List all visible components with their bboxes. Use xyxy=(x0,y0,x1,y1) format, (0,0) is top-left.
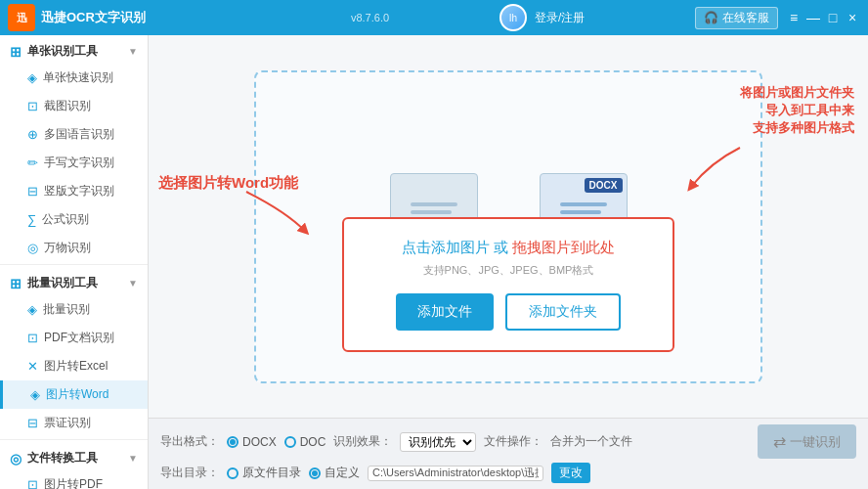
img-line-1 xyxy=(411,202,457,206)
quick-icon: ◈ xyxy=(27,70,37,85)
img2excel-icon: ✕ xyxy=(27,359,38,374)
window-controls: ≡ — □ × xyxy=(786,10,860,25)
sidebar-item-pdf-recog-label: PDF文档识别 xyxy=(44,330,114,346)
left-arrow-svg xyxy=(237,182,315,241)
radio-dot-docx xyxy=(227,436,239,448)
drop-zone[interactable]: ➜ DOCX 点击添加图片 或 拖拽 xyxy=(254,70,762,383)
sidebar-item-batch-recog[interactable]: ◈ 批量识别 xyxy=(0,295,148,324)
user-section: Ih 登录/注册 xyxy=(499,4,585,31)
bottombar-row-1: 导出格式： DOCX DOC 识别效果： 识别优先 文件操作： 合并为一个文件 … xyxy=(160,422,856,461)
sidebar-item-object-label: 万物识别 xyxy=(44,240,91,256)
sidebar-item-multilang[interactable]: ⊕ 多国语言识别 xyxy=(0,120,148,149)
file-op-value: 合并为一个文件 xyxy=(550,433,632,450)
main-layout: ⊞ 单张识别工具 ▼ ◈ 单张快速识别 ⊡ 截图识别 ⊕ 多国语言识别 ✏ 手写… xyxy=(0,35,868,489)
radio-dot-original xyxy=(227,467,239,479)
sidebar-item-sealtext[interactable]: ⊟ 竖版文字识别 xyxy=(0,177,148,205)
quality-label: 识别效果： xyxy=(333,433,392,450)
sidebar-group-single-label: 单张识别工具 xyxy=(27,43,98,60)
format-doc-radio[interactable]: DOC xyxy=(284,435,326,449)
chevron-down-icon: ▼ xyxy=(128,46,138,57)
annotation-right: 将图片或图片文件夹 导入到工具中来 支持多种图片格式 xyxy=(740,84,854,138)
sidebar-group-batch[interactable]: ⊞ 批量识别工具 ▼ xyxy=(0,267,148,295)
sidebar-item-img2excel[interactable]: ✕ 图片转Excel xyxy=(0,352,148,380)
app-logo: 迅 xyxy=(8,4,35,31)
content-area: ➜ DOCX 点击添加图片 或 拖拽 xyxy=(149,35,868,489)
img2pdf-icon: ⊡ xyxy=(27,477,38,489)
add-folder-button[interactable]: 添加文件夹 xyxy=(505,293,621,331)
login-button[interactable]: 登录/注册 xyxy=(535,10,585,26)
logo-text: 迅 xyxy=(17,11,27,25)
annotation-right-line3: 支持多种图片格式 xyxy=(740,119,854,137)
menu-icon[interactable]: ≡ xyxy=(786,10,802,25)
minimize-button[interactable]: — xyxy=(805,10,821,25)
format-doc-label: DOC xyxy=(300,435,326,449)
divider-1 xyxy=(0,264,148,265)
img-line-5 xyxy=(560,210,601,214)
output-custom-radio[interactable]: 自定义 xyxy=(309,465,360,481)
img-line-2 xyxy=(411,210,452,214)
app-version: v8.7.6.0 xyxy=(351,12,389,23)
sidebar-item-crop-label: 截图识别 xyxy=(44,98,91,114)
upload-dialog-title: 点击添加图片 或 拖拽图片到此处 xyxy=(373,239,643,257)
app-title: 迅捷OCR文字识别 xyxy=(41,9,347,26)
sidebar-item-cert[interactable]: ⊟ 票证识别 xyxy=(0,409,148,437)
sidebar-item-multilang-label: 多国语言识别 xyxy=(44,126,114,143)
sidebar: ⊞ 单张识别工具 ▼ ◈ 单张快速识别 ⊡ 截图识别 ⊕ 多国语言识别 ✏ 手写… xyxy=(0,35,149,489)
titlebar: 迅 迅捷OCR文字识别 v8.7.6.0 Ih 登录/注册 🎧 在线客服 ≡ —… xyxy=(0,0,868,35)
sidebar-item-img2word-label: 图片转Word xyxy=(46,386,108,403)
crop-icon: ⊡ xyxy=(27,99,38,113)
bottombar-row-2: 导出目录： 原文件目录 自定义 更改 xyxy=(160,461,856,485)
file-op-label: 文件操作： xyxy=(484,433,542,450)
quality-select[interactable]: 识别优先 xyxy=(400,432,476,452)
batch-grid-icon: ⊞ xyxy=(10,276,22,291)
grid-icon: ⊞ xyxy=(10,44,22,60)
sidebar-item-img2pdf[interactable]: ⊡ 图片转PDF xyxy=(0,470,148,489)
close-button[interactable]: × xyxy=(845,10,860,25)
output-option1-label: 原文件目录 xyxy=(242,465,301,481)
output-original-radio[interactable]: 原文件目录 xyxy=(227,465,301,481)
sidebar-item-quick[interactable]: ◈ 单张快速识别 xyxy=(0,64,148,92)
change-path-button[interactable]: 更改 xyxy=(551,463,590,483)
recog-label: 一键识别 xyxy=(790,433,841,451)
avatar: Ih xyxy=(499,4,527,31)
upload-dialog: 点击添加图片 或 拖拽图片到此处 支持PNG、JPG、JPEG、BMP格式 添加… xyxy=(342,217,674,352)
img-line-4 xyxy=(560,202,607,206)
sidebar-group-batch-label: 批量识别工具 xyxy=(27,275,98,291)
online-service-button[interactable]: 🎧 在线客服 xyxy=(695,7,778,29)
sidebar-item-quick-label: 单张快速识别 xyxy=(43,69,113,86)
upload-title-prefix: 点击添加图片 xyxy=(402,239,490,255)
add-file-button[interactable]: 添加文件 xyxy=(396,293,494,331)
sidebar-item-img2pdf-label: 图片转PDF xyxy=(44,476,103,489)
object-icon: ◎ xyxy=(27,241,38,255)
sidebar-item-object[interactable]: ◎ 万物识别 xyxy=(0,234,148,262)
sidebar-item-img2word[interactable]: ◈ 图片转Word xyxy=(0,380,148,409)
headset-icon: 🎧 xyxy=(704,11,718,24)
sidebar-item-pdf-recog[interactable]: ⊡ PDF文档识别 xyxy=(0,324,148,352)
multilang-icon: ⊕ xyxy=(27,127,38,142)
batch-chevron-icon: ▼ xyxy=(128,278,138,289)
annotation-left: 选择图片转Word功能 xyxy=(158,172,298,193)
upload-title-suffix: 拖拽图片到此处 xyxy=(512,239,615,255)
sidebar-item-formula[interactable]: ∑ 公式识别 xyxy=(0,205,148,234)
export-label: 导出格式： xyxy=(160,433,219,450)
sidebar-item-handwrite[interactable]: ✏ 手写文字识别 xyxy=(0,149,148,177)
output-path-input[interactable] xyxy=(368,466,543,481)
sidebar-item-formula-label: 公式识别 xyxy=(42,211,89,228)
sidebar-item-crop[interactable]: ⊡ 截图识别 xyxy=(0,92,148,120)
sidebar-item-img2excel-label: 图片转Excel xyxy=(44,358,108,375)
sidebar-group-fileconvert[interactable]: ◎ 文件转换工具 ▼ xyxy=(0,442,148,470)
output-option2-label: 自定义 xyxy=(325,465,360,481)
pdf-recog-icon: ⊡ xyxy=(27,331,38,345)
divider-2 xyxy=(0,439,148,440)
img2word-icon: ◈ xyxy=(30,387,40,402)
right-arrow-svg xyxy=(681,143,750,192)
sidebar-group-single[interactable]: ⊞ 单张识别工具 ▼ xyxy=(0,35,148,64)
maximize-button[interactable]: □ xyxy=(825,10,841,25)
sidebar-group-fileconvert-label: 文件转换工具 xyxy=(27,450,98,467)
annotation-right-line1: 将图片或图片文件夹 xyxy=(740,84,854,102)
annotation-right-line2: 导入到工具中来 xyxy=(740,102,854,119)
recognize-button[interactable]: ⇄ 一键识别 xyxy=(758,424,856,459)
sidebar-item-sealtext-label: 竖版文字识别 xyxy=(44,183,114,200)
fileconvert-icon: ◎ xyxy=(10,451,22,467)
format-docx-radio[interactable]: DOCX xyxy=(227,435,277,449)
